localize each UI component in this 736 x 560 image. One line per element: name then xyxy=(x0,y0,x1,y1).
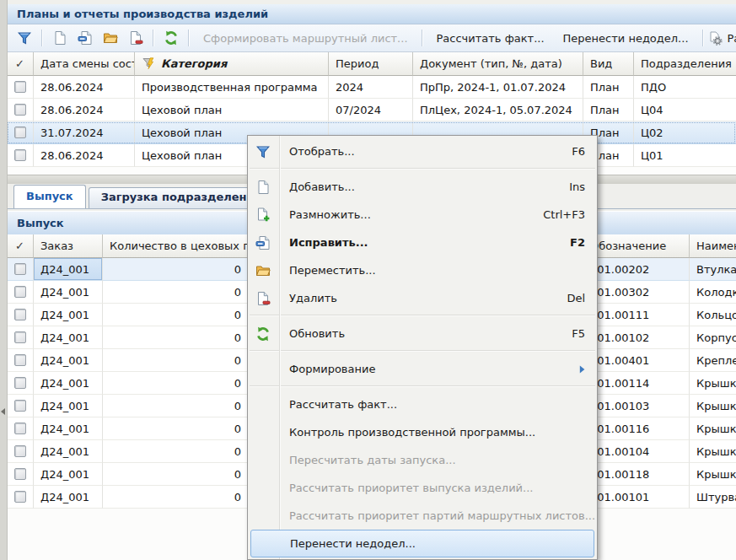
table-cell[interactable]: 001.00104 xyxy=(583,440,690,463)
table-cell[interactable]: План xyxy=(583,76,634,99)
refresh-button[interactable] xyxy=(160,27,182,49)
row-checkbox[interactable] xyxy=(14,377,26,389)
delete-button[interactable] xyxy=(125,27,147,49)
column-header-1[interactable]: Заказ xyxy=(34,234,103,258)
row-checkbox-cell[interactable] xyxy=(7,99,34,121)
edit-button[interactable] xyxy=(74,27,96,49)
table-cell[interactable]: Колодка xyxy=(690,281,736,304)
table-cell[interactable]: 001.00114 xyxy=(583,372,690,395)
column-header-6[interactable]: Подразделения xyxy=(634,52,736,76)
table-cell[interactable]: 001.00111 xyxy=(583,304,690,326)
menu-item[interactable]: ОбновитьF5 xyxy=(248,320,597,347)
table-cell[interactable]: 31.07.2024 xyxy=(34,121,135,144)
row-checkbox[interactable] xyxy=(14,149,26,161)
column-header-2[interactable]: Категория xyxy=(135,52,329,76)
table-cell[interactable]: Цеховой план xyxy=(135,99,329,121)
table-cell[interactable]: Д24_001 xyxy=(34,417,103,440)
table-cell[interactable]: Д24_001 xyxy=(34,326,103,349)
table-row[interactable]: 28.06.2024Цеховой план07/2024ПлЦех, 2024… xyxy=(7,99,736,121)
table-cell[interactable]: Ц01 xyxy=(634,144,736,167)
table-cell[interactable]: 001.00401 xyxy=(583,349,690,372)
row-checkbox-cell[interactable] xyxy=(7,349,34,372)
collapse-left-arrow-icon[interactable] xyxy=(1,408,5,415)
table-cell[interactable]: Крышка xyxy=(690,417,736,440)
table-cell[interactable]: Втулка xyxy=(690,258,736,281)
table-cell[interactable]: ПрПр, 2024-1, 01.07.2024 xyxy=(413,76,583,99)
select-all-column-header[interactable]: ✓ xyxy=(7,52,34,76)
column-header-5[interactable]: Наименование xyxy=(690,234,736,258)
move-button[interactable] xyxy=(99,27,121,49)
row-checkbox-cell[interactable] xyxy=(7,417,34,440)
row-checkbox[interactable] xyxy=(14,81,26,93)
table-cell[interactable]: Д24_001 xyxy=(34,372,103,395)
row-checkbox[interactable] xyxy=(14,104,26,116)
table-cell[interactable]: 0 xyxy=(103,349,249,372)
row-checkbox-cell[interactable] xyxy=(7,121,34,144)
row-checkbox[interactable] xyxy=(14,309,26,320)
filter-button[interactable] xyxy=(13,27,35,49)
row-checkbox[interactable] xyxy=(14,286,26,298)
table-cell[interactable]: 001.00102 xyxy=(583,326,690,349)
column-header-1[interactable]: Дата смены сост xyxy=(34,52,135,76)
table-cell[interactable]: Ц02 xyxy=(634,121,736,144)
table-cell[interactable]: 0 xyxy=(103,440,249,463)
add-button[interactable] xyxy=(49,27,71,49)
table-cell[interactable]: 0 xyxy=(103,281,249,304)
table-cell[interactable]: План xyxy=(583,99,634,121)
table-cell[interactable]: Д24_001 xyxy=(34,304,103,326)
row-checkbox-cell[interactable] xyxy=(7,281,34,304)
menu-item[interactable]: Добавить...Ins xyxy=(248,173,597,201)
column-header-4[interactable]: Документ (тип, №, дата) xyxy=(413,52,583,76)
row-checkbox[interactable] xyxy=(14,127,26,138)
row-checkbox-cell[interactable] xyxy=(7,372,34,395)
table-cell[interactable]: 28.06.2024 xyxy=(34,99,135,121)
table-cell[interactable]: 0 xyxy=(103,372,249,395)
calculate-fact-button[interactable]: Рассчитать факт... xyxy=(427,27,554,49)
menu-item[interactable]: УдалитьDel xyxy=(248,284,597,312)
table-cell[interactable]: Крепление xyxy=(690,349,736,372)
column-header-4[interactable]: Обозначение xyxy=(583,234,690,258)
table-cell[interactable]: 07/2024 xyxy=(329,99,413,121)
table-cell[interactable]: 0 xyxy=(103,486,249,509)
table-cell[interactable]: 0 xyxy=(103,304,249,326)
row-checkbox-cell[interactable] xyxy=(7,395,34,417)
table-cell[interactable]: 0 xyxy=(103,417,249,440)
menu-item[interactable]: Размножить...Ctrl+F3 xyxy=(248,201,597,229)
table-row[interactable]: 28.06.2024Производственная программа2024… xyxy=(7,76,736,99)
row-checkbox-cell[interactable] xyxy=(7,144,34,167)
transfer-backlog-button[interactable]: Перенести недодел... xyxy=(554,27,698,49)
table-cell[interactable]: Ц04 xyxy=(634,99,736,121)
table-cell[interactable]: 001.00103 xyxy=(583,395,690,417)
table-cell[interactable]: Д24_001 xyxy=(34,349,103,372)
advanced-button[interactable]: Расширенный... xyxy=(708,27,736,49)
menu-item[interactable]: Исправить...F2 xyxy=(248,229,597,256)
table-cell[interactable]: Крышка xyxy=(690,463,736,486)
row-checkbox[interactable] xyxy=(14,400,26,412)
column-header-2[interactable]: Количество в цеховых п... xyxy=(103,234,249,258)
menu-item[interactable]: Рассчитать факт... xyxy=(248,390,597,418)
table-cell[interactable]: Д24_001 xyxy=(34,395,103,417)
table-cell[interactable]: Крышка xyxy=(690,395,736,417)
table-cell[interactable]: Д24_001 xyxy=(34,486,103,509)
row-checkbox[interactable] xyxy=(14,354,26,366)
table-cell[interactable]: Д24_001 xyxy=(34,258,103,281)
row-checkbox[interactable] xyxy=(14,468,26,480)
row-checkbox-cell[interactable] xyxy=(7,486,34,509)
table-cell[interactable]: 0 xyxy=(103,326,249,349)
table-cell[interactable]: 001.00118 xyxy=(583,463,690,486)
menu-item[interactable]: Контроль производственной программы... xyxy=(248,418,597,446)
table-cell[interactable]: 28.06.2024 xyxy=(34,144,135,167)
table-cell[interactable]: 28.06.2024 xyxy=(34,76,135,99)
menu-item[interactable]: Формирование xyxy=(248,355,597,383)
table-cell[interactable]: 0 xyxy=(103,463,249,486)
table-cell[interactable]: 0 xyxy=(103,395,249,417)
menu-item[interactable]: Переместить... xyxy=(248,256,597,284)
row-checkbox-cell[interactable] xyxy=(7,326,34,349)
table-cell[interactable]: Кольцо xyxy=(690,304,736,326)
left-splitter[interactable] xyxy=(0,0,8,560)
row-checkbox-cell[interactable] xyxy=(7,463,34,486)
table-cell[interactable]: Производственная программа xyxy=(135,76,329,99)
table-cell[interactable]: Д24_001 xyxy=(34,281,103,304)
table-cell[interactable]: 001.00202 xyxy=(583,258,690,281)
table-cell[interactable]: 001.00302 xyxy=(583,281,690,304)
